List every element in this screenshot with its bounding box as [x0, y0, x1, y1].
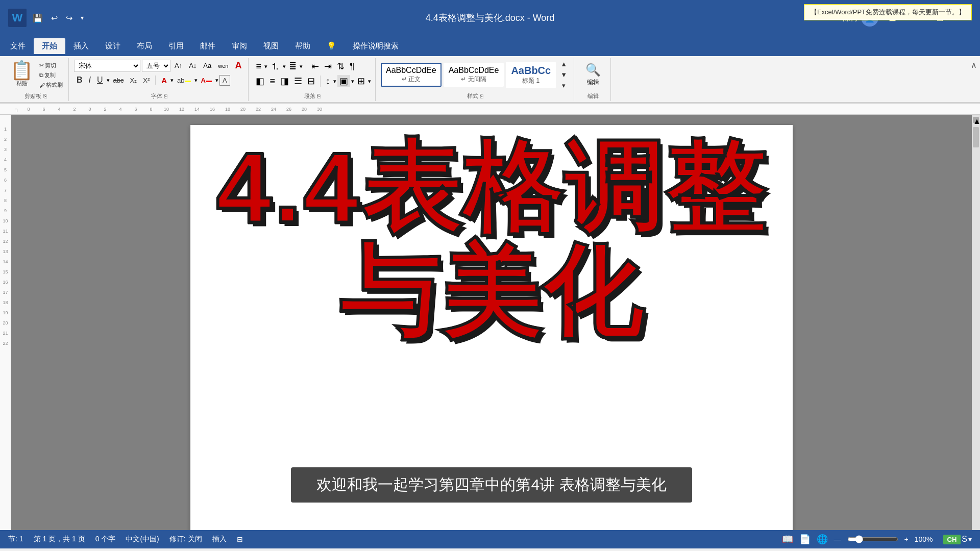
- redo-quick-btn[interactable]: ↪: [64, 12, 75, 24]
- tab-file[interactable]: 文件: [2, 38, 34, 54]
- char-border-btn[interactable]: A: [219, 75, 230, 86]
- font-style-a-btn[interactable]: A: [232, 59, 244, 72]
- format-painter-button[interactable]: 🖌格式刷: [38, 81, 64, 89]
- grow-font-btn[interactable]: A↑: [172, 61, 185, 70]
- tab-home[interactable]: 开始: [34, 38, 65, 54]
- justify-btn[interactable]: ☰: [292, 74, 304, 88]
- borders-btn[interactable]: ⊞: [355, 74, 367, 88]
- tab-insert[interactable]: 插入: [65, 38, 97, 54]
- zoom-slider[interactable]: [847, 535, 898, 543]
- styles-more[interactable]: ▾: [558, 81, 570, 90]
- align-right-btn[interactable]: ◨: [278, 74, 291, 88]
- tab-layout[interactable]: 布局: [129, 38, 160, 54]
- copy-button[interactable]: ⧉复制: [38, 71, 64, 80]
- sort-btn[interactable]: ⇅: [335, 60, 347, 73]
- font-color-btn[interactable]: A: [199, 76, 214, 85]
- styles-scroll-down[interactable]: ▼: [558, 70, 570, 80]
- underline-dropdown[interactable]: ▾: [107, 77, 110, 84]
- undo-quick-btn[interactable]: ↩: [49, 12, 60, 24]
- numbering-btn[interactable]: ⒈: [268, 59, 282, 73]
- line-spacing-dropdown[interactable]: ▾: [333, 78, 336, 85]
- cut-button[interactable]: ✂剪切: [38, 61, 64, 70]
- font-size-select[interactable]: 五号: [142, 60, 170, 72]
- more-quick-btn[interactable]: ▾: [79, 13, 86, 22]
- status-language: 中文(中国): [126, 535, 159, 544]
- borders-dropdown[interactable]: ▾: [368, 78, 371, 85]
- superscript-btn[interactable]: X²: [140, 76, 152, 85]
- tab-view[interactable]: 视图: [255, 38, 287, 54]
- multilevel-dropdown[interactable]: ▾: [300, 63, 303, 70]
- shading-btn[interactable]: ▣: [337, 75, 350, 87]
- save-quick-btn[interactable]: 💾: [31, 12, 45, 24]
- statusbar-right: 📖 📄 🌐 — + 100% CH S ▾: [782, 534, 972, 545]
- decrease-indent-btn[interactable]: ⇤: [309, 60, 321, 73]
- document-page[interactable]: 4.4表格调整 与美化 欢迎和我一起学习第四章中的第4讲 表格调整与美化: [190, 125, 793, 530]
- divider1: [155, 76, 156, 85]
- tooltip-banner: 【Excel/Word/PPT免费连载课程，每天更新一节。】: [804, 4, 972, 20]
- web-view-btn[interactable]: 🌐: [817, 534, 828, 545]
- scrollbar-up[interactable]: ▲: [973, 117, 979, 123]
- tab-search[interactable]: 操作说明搜索: [345, 38, 407, 54]
- ruler-v-corner: [0, 115, 11, 122]
- paste-icon: 📋: [10, 61, 33, 80]
- styles-scroll: ▲ ▼ ▾: [558, 59, 570, 90]
- text-effects-dropdown[interactable]: ▾: [170, 77, 174, 84]
- numbering-dropdown[interactable]: ▾: [283, 63, 286, 70]
- font-row1: 宋体 五号 A↑ A↓ Aa wen A: [74, 59, 244, 72]
- status-insert: 插入: [212, 535, 227, 544]
- highlight-dropdown[interactable]: ▾: [194, 77, 198, 84]
- tab-mailings[interactable]: 邮件: [192, 38, 224, 54]
- style-nospace[interactable]: AaBbCcDdEe ↵ 无间隔: [444, 63, 504, 87]
- clipboard-small-btns: ✂剪切 ⧉复制 🖌格式刷: [38, 59, 64, 89]
- edit-btn[interactable]: 🔍 编辑: [581, 61, 605, 89]
- read-view-btn[interactable]: 📖: [782, 534, 793, 545]
- ime-indicator: S: [962, 535, 967, 544]
- text-effects-btn[interactable]: A: [159, 75, 169, 86]
- align-center-btn[interactable]: ≡: [267, 75, 277, 88]
- shrink-font-btn[interactable]: A↓: [186, 61, 199, 70]
- ribbon-content: 📋 粘贴 ✂剪切 ⧉复制 🖌格式刷 剪贴板 ⎘ 宋体 五号: [0, 56, 980, 103]
- style-heading1-label: 标题 1: [511, 77, 551, 85]
- bullets-dropdown[interactable]: ▾: [264, 63, 267, 70]
- document-area[interactable]: 4.4表格调整 与美化 欢迎和我一起学习第四章中的第4讲 表格调整与美化: [11, 115, 972, 530]
- bullets-btn[interactable]: ≡: [254, 60, 263, 73]
- title-line1: 4.4表格调整: [190, 135, 793, 240]
- zoom-plus[interactable]: +: [904, 535, 909, 543]
- phonetic-btn[interactable]: wen: [215, 62, 231, 70]
- tab-references[interactable]: 引用: [160, 38, 192, 54]
- italic-btn[interactable]: I: [86, 74, 93, 86]
- tab-design[interactable]: 设计: [97, 38, 129, 54]
- dist-btn[interactable]: ⊟: [305, 74, 317, 88]
- increase-indent-btn[interactable]: ⇥: [322, 60, 334, 73]
- paste-button[interactable]: 📋 粘贴: [7, 59, 36, 89]
- shading-dropdown[interactable]: ▾: [351, 78, 354, 85]
- subscript-btn[interactable]: X₂: [128, 76, 140, 85]
- underline-btn[interactable]: U: [94, 74, 106, 86]
- line-spacing-btn[interactable]: ↕: [324, 75, 332, 88]
- lang-badge: CH: [943, 535, 961, 544]
- tab-review[interactable]: 审阅: [224, 38, 255, 54]
- status-track: 修订: 关闭: [169, 535, 202, 544]
- print-view-btn[interactable]: 📄: [799, 534, 811, 545]
- show-marks-btn[interactable]: ¶: [348, 60, 357, 73]
- scrollbar-thumb[interactable]: [973, 127, 979, 147]
- font-color-dropdown[interactable]: ▾: [215, 77, 218, 84]
- style-heading1[interactable]: AaBbCc 标题 1: [506, 62, 556, 88]
- ribbon-collapse[interactable]: ∧: [971, 58, 977, 101]
- style-normal[interactable]: AaBbCcDdEe ↵ 正文: [381, 63, 442, 87]
- tab-help[interactable]: 帮助: [287, 38, 318, 54]
- strikethrough-btn[interactable]: abc: [111, 76, 127, 85]
- multilevel-btn[interactable]: ≣: [287, 60, 299, 73]
- font-name-select[interactable]: 宋体: [74, 60, 140, 72]
- ime-arrow[interactable]: ▾: [968, 535, 972, 543]
- bold-btn[interactable]: B: [74, 74, 85, 86]
- status-format-icon: ⊟: [237, 535, 243, 543]
- highlight-btn[interactable]: ab: [175, 76, 193, 85]
- clipboard-group: 📋 粘贴 ✂剪切 ⧉复制 🖌格式刷 剪贴板 ⎘: [3, 58, 69, 101]
- styles-scroll-up[interactable]: ▲: [558, 59, 570, 69]
- align-left-btn[interactable]: ◧: [254, 74, 266, 88]
- clear-format-btn[interactable]: Aa: [201, 61, 214, 70]
- zoom-minus[interactable]: —: [834, 535, 841, 543]
- vertical-scrollbar[interactable]: ▲: [972, 115, 980, 530]
- tab-lightbulb[interactable]: 💡: [318, 38, 345, 54]
